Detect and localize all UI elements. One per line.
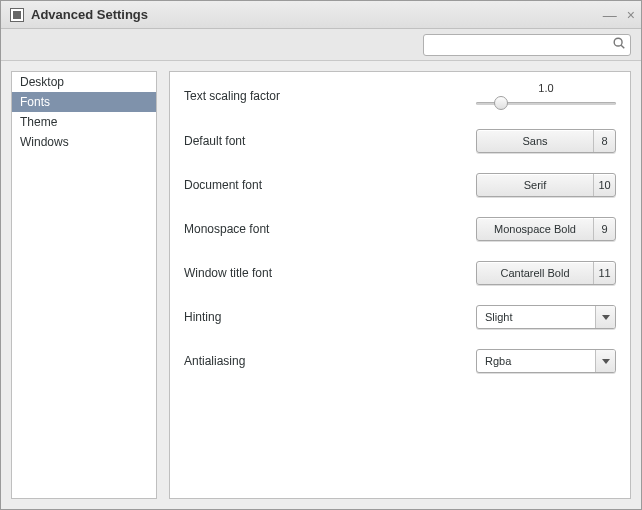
search-icon	[612, 36, 626, 53]
antialiasing-value: Rgba	[477, 355, 595, 367]
window-title: Advanced Settings	[31, 7, 603, 22]
chevron-down-icon	[595, 350, 615, 372]
monospace-font-button[interactable]: Monospace Bold 9	[476, 217, 616, 241]
titlebar: Advanced Settings — ×	[1, 1, 641, 29]
text-scaling-value: 1.0	[476, 82, 616, 94]
search-box[interactable]	[423, 34, 631, 56]
window-title-font-button[interactable]: Cantarell Bold 11	[476, 261, 616, 285]
close-button[interactable]: ×	[627, 8, 635, 22]
minimize-button[interactable]: —	[603, 8, 617, 22]
monospace-font-name: Monospace Bold	[477, 218, 593, 240]
svg-rect-2	[13, 11, 21, 19]
sidebar-item-fonts[interactable]: Fonts	[12, 92, 156, 112]
default-font-label: Default font	[184, 134, 476, 148]
window-title-font-label: Window title font	[184, 266, 476, 280]
settings-panel: Text scaling factor 1.0 Default font San…	[169, 71, 631, 499]
default-font-size: 8	[593, 130, 615, 152]
default-font-button[interactable]: Sans 8	[476, 129, 616, 153]
text-scaling-slider[interactable]	[476, 96, 616, 110]
monospace-font-label: Monospace font	[184, 222, 476, 236]
sidebar-item-theme[interactable]: Theme	[12, 112, 156, 132]
svg-line-4	[621, 45, 624, 48]
app-icon	[9, 7, 25, 23]
window-title-font-name: Cantarell Bold	[477, 262, 593, 284]
document-font-size: 10	[593, 174, 615, 196]
document-font-label: Document font	[184, 178, 476, 192]
document-font-name: Serif	[477, 174, 593, 196]
chevron-down-icon	[595, 306, 615, 328]
monospace-font-size: 9	[593, 218, 615, 240]
hinting-label: Hinting	[184, 310, 476, 324]
svg-point-3	[614, 38, 622, 46]
sidebar: Desktop Fonts Theme Windows	[11, 71, 157, 499]
text-scaling-label: Text scaling factor	[184, 89, 476, 103]
antialiasing-label: Antialiasing	[184, 354, 476, 368]
search-input[interactable]	[428, 38, 612, 52]
hinting-combo[interactable]: Slight	[476, 305, 616, 329]
antialiasing-combo[interactable]: Rgba	[476, 349, 616, 373]
sidebar-item-desktop[interactable]: Desktop	[12, 72, 156, 92]
window-title-font-size: 11	[593, 262, 615, 284]
slider-thumb[interactable]	[494, 96, 508, 110]
hinting-value: Slight	[477, 311, 595, 323]
toolbar	[1, 29, 641, 61]
default-font-name: Sans	[477, 130, 593, 152]
document-font-button[interactable]: Serif 10	[476, 173, 616, 197]
sidebar-item-windows[interactable]: Windows	[12, 132, 156, 152]
